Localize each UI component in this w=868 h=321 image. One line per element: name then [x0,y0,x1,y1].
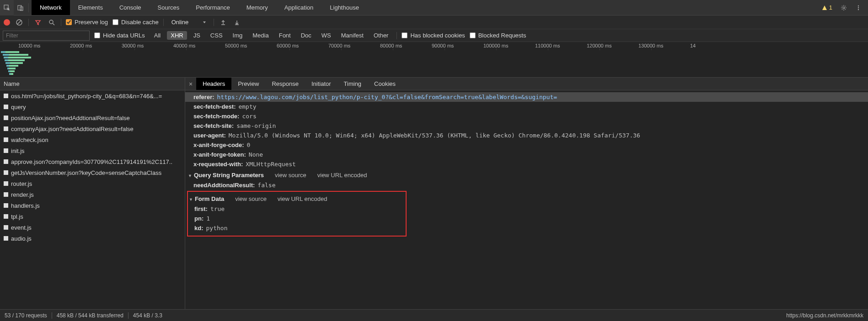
blocked-requests-checkbox[interactable]: Blocked Requests [470,32,526,39]
file-icon [4,225,8,230]
filter-input[interactable] [3,31,90,41]
panel-tab-lighthouse[interactable]: Lighthouse [321,0,367,15]
filter-type-ws[interactable]: WS [318,31,335,40]
panel-tab-sources[interactable]: Sources [150,0,188,15]
section-title[interactable]: Query String Parameters [188,172,264,179]
timeline-overview[interactable]: 10000 ms20000 ms30000 ms40000 ms50000 ms… [0,42,868,78]
request-row[interactable]: approve.json?companyIds=307709%2C1179141… [0,156,185,167]
form-data-highlight-box: Form Dataview sourceview URL encodedfirs… [187,191,407,237]
param-entry: needAddtionalResult:false [193,180,868,190]
clear-icon[interactable] [15,18,24,27]
hide-data-urls-input[interactable] [94,32,100,38]
preserve-log-input[interactable] [66,19,72,25]
request-row[interactable]: event.js [0,222,185,233]
file-icon [4,214,8,219]
param-value: false [257,182,275,189]
filter-type-doc[interactable]: Doc [297,31,315,40]
name-column-header: Name [4,80,20,87]
request-row[interactable]: companyAjax.json?needAddtionalResult=fal… [0,123,185,134]
view-source-link[interactable]: view source [275,172,306,179]
filter-type-other[interactable]: Other [370,31,392,40]
requests-header[interactable]: Name [0,78,185,90]
filter-type-font[interactable]: Font [275,31,295,40]
filter-type-css[interactable]: CSS [207,31,226,40]
request-name: getJsVersionNumber.json?keyCode=senseCap… [11,169,161,176]
device-toggle-icon[interactable] [14,0,27,16]
timeline-tick: 30000 ms [122,43,144,48]
settings-icon[interactable] [837,0,851,16]
view-source-link[interactable]: view source [235,195,267,202]
filter-icon[interactable] [33,18,43,27]
param-entry: kd:python [194,223,406,233]
timeline-tick: 130000 ms [638,43,663,48]
details-tab-cookies[interactable]: Cookies [368,78,402,90]
filter-type-all[interactable]: All [150,31,164,40]
filter-type-img[interactable]: Img [229,31,246,40]
header-entry: sec-fetch-site:same-origin [193,121,868,131]
request-row[interactable]: positionAjax.json?needAddtionalResult=fa… [0,112,185,123]
panel-tab-performance[interactable]: Performance [188,0,238,15]
inspect-element-icon[interactable] [0,0,14,16]
view-url-encoded-link[interactable]: view URL encoded [278,195,327,202]
timeline-tick: 14 [690,43,696,48]
section-title[interactable]: Form Data [189,195,224,202]
header-entry: x-anit-forge-token:None [193,150,868,159]
header-name: sec-fetch-mode: [193,113,239,120]
more-icon[interactable] [852,0,865,16]
separator [28,19,29,26]
panel-tab-console[interactable]: Console [111,0,150,15]
warning-count: 1 [829,4,832,11]
view-url-encoded-link[interactable]: view URL encoded [317,172,367,179]
filter-type-manifest[interactable]: Manifest [338,31,367,40]
filter-type-media[interactable]: Media [249,31,272,40]
request-row[interactable]: oss.html?u=/jobs/list_python/p-city_0&q=… [0,90,185,101]
filter-type-xhr[interactable]: XHR [167,31,187,40]
disable-cache-checkbox[interactable]: Disable cache [113,19,159,26]
panel-tab-memory[interactable]: Memory [238,0,276,15]
request-name: event.js [11,224,32,231]
header-value: Mozilla/5.0 (Windows NT 10.0; Win64; x64… [229,132,640,139]
header-entry: sec-fetch-mode:cors [193,111,868,121]
details-tab-timing[interactable]: Timing [338,78,368,90]
close-details-icon[interactable]: × [185,80,196,88]
request-row[interactable]: audio.js [0,233,185,244]
blocked-cookies-input[interactable] [402,32,407,38]
record-button[interactable] [4,19,10,26]
throttle-select[interactable]: Online [168,17,198,27]
panel-tab-application[interactable]: Application [276,0,322,15]
request-name: positionAjax.json?needAddtionalResult=fa… [11,115,130,121]
request-row[interactable]: handlers.js [0,200,185,211]
request-row[interactable]: query [0,101,185,112]
request-row[interactable]: router.js [0,178,185,189]
status-transferred: 458 kB / 544 kB transferred [57,312,123,319]
search-icon[interactable] [47,18,56,27]
details-tab-preview[interactable]: Preview [231,78,265,90]
param-name: kd: [194,225,204,232]
request-row[interactable]: render.js [0,189,185,200]
panel-tab-elements[interactable]: Elements [70,0,111,15]
blocked-requests-input[interactable] [470,32,476,38]
tick-line [31,48,32,50]
request-row[interactable]: init.js [0,145,185,156]
request-row[interactable]: getJsVersionNumber.json?keyCode=senseCap… [0,167,185,178]
preserve-log-checkbox[interactable]: Preserve log [66,19,108,26]
tick-line [186,48,187,50]
svg-point-4 [858,5,859,6]
separator [214,19,214,26]
details-tab-initiator[interactable]: Initiator [305,78,338,90]
details-tab-headers[interactable]: Headers [196,78,231,90]
request-row[interactable]: tpl.js [0,211,185,222]
request-row[interactable]: wafcheck.json [0,134,185,145]
blocked-cookies-checkbox[interactable]: Has blocked cookies [402,32,465,39]
hide-data-urls-checkbox[interactable]: Hide data URLs [94,32,145,39]
disable-cache-input[interactable] [113,19,118,25]
warning-badge[interactable]: 1 [818,4,836,11]
filter-type-js[interactable]: JS [190,31,204,40]
panel-tab-network[interactable]: Network [32,0,70,15]
tick-line [393,48,393,50]
chevron-down-icon[interactable] [200,18,209,27]
details-tab-response[interactable]: Response [265,78,305,90]
upload-har-icon[interactable] [219,18,228,27]
preserve-log-label: Preserve log [75,19,108,26]
download-har-icon[interactable] [232,18,241,27]
